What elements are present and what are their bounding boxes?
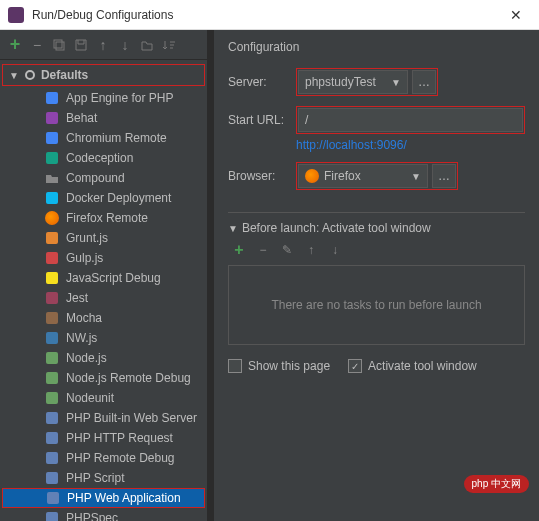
ae-icon xyxy=(44,90,60,106)
remove-config-button[interactable]: − xyxy=(28,36,46,54)
tree-item-php-script[interactable]: PHP Script xyxy=(0,468,207,488)
show-page-label: Show this page xyxy=(248,359,330,373)
server-value: phpstudyTest xyxy=(305,75,385,89)
tree-item-javascript-debug[interactable]: JavaScript Debug xyxy=(0,268,207,288)
tree-item-behat[interactable]: Behat xyxy=(0,108,207,128)
activate-tool-label: Activate tool window xyxy=(368,359,477,373)
tree-item-gulp-js[interactable]: Gulp.js xyxy=(0,248,207,268)
browser-browse-button[interactable]: … xyxy=(432,164,456,188)
svg-rect-4 xyxy=(46,92,58,104)
config-tree: ▼ Defaults App Engine for PHPBehatChromi… xyxy=(0,60,207,521)
tree-item-label: JavaScript Debug xyxy=(66,271,161,285)
edit-task-button[interactable]: ✎ xyxy=(278,241,296,259)
gear-icon xyxy=(23,68,37,82)
tree-item-label: PHPSpec xyxy=(66,511,118,521)
tree-item-label: PHP HTTP Request xyxy=(66,431,173,445)
task-down-button[interactable]: ↓ xyxy=(326,241,344,259)
tree-item-phpspec[interactable]: PHPSpec xyxy=(0,508,207,521)
save-config-button[interactable] xyxy=(72,36,90,54)
tree-item-mocha[interactable]: Mocha xyxy=(0,308,207,328)
config-heading: Configuration xyxy=(228,40,525,54)
tree-item-label: Behat xyxy=(66,111,97,125)
browser-label: Browser: xyxy=(228,169,296,183)
svg-rect-22 xyxy=(47,492,59,504)
sort-config-button[interactable] xyxy=(160,36,178,54)
tree-item-label: Chromium Remote xyxy=(66,131,167,145)
tree-item-nw-js[interactable]: NW.js xyxy=(0,328,207,348)
svg-rect-17 xyxy=(46,392,58,404)
tree-item-label: PHP Built-in Web Server xyxy=(66,411,197,425)
tree-item-node-js[interactable]: Node.js xyxy=(0,348,207,368)
server-select[interactable]: phpstudyTest ▼ xyxy=(298,70,408,94)
tree-item-compound[interactable]: Compound xyxy=(0,168,207,188)
starturl-label: Start URL: xyxy=(228,113,296,127)
php-icon xyxy=(45,490,61,506)
url-preview-link[interactable]: http://localhost:9096/ xyxy=(296,138,525,152)
tree-item-label: Compound xyxy=(66,171,125,185)
svg-point-3 xyxy=(28,74,31,77)
tree-item-node-js-remote-debug[interactable]: Node.js Remote Debug xyxy=(0,368,207,388)
nw-icon xyxy=(44,330,60,346)
php-icon xyxy=(44,470,60,486)
tree-item-chromium-remote[interactable]: Chromium Remote xyxy=(0,128,207,148)
tree-item-label: PHP Script xyxy=(66,471,124,485)
tree-item-docker-deployment[interactable]: Docker Deployment xyxy=(0,188,207,208)
before-launch-header[interactable]: ▼ Before launch: Activate tool window xyxy=(228,221,525,235)
tree-item-php-http-request[interactable]: PHP HTTP Request xyxy=(0,428,207,448)
tree-item-php-web-application[interactable]: PHP Web Application xyxy=(2,488,205,508)
svg-rect-16 xyxy=(46,372,58,384)
tree-item-label: Nodeunit xyxy=(66,391,114,405)
folder-icon xyxy=(44,170,60,186)
task-up-button[interactable]: ↑ xyxy=(302,241,320,259)
separator xyxy=(228,212,525,213)
svg-rect-0 xyxy=(54,40,62,48)
starturl-row: Start URL: / xyxy=(228,106,525,134)
svg-rect-8 xyxy=(46,192,58,204)
defaults-node[interactable]: ▼ Defaults xyxy=(2,64,205,86)
svg-rect-9 xyxy=(46,232,58,244)
svg-rect-12 xyxy=(46,292,58,304)
svg-rect-7 xyxy=(46,152,58,164)
svg-rect-11 xyxy=(46,272,58,284)
svg-rect-10 xyxy=(46,252,58,264)
defaults-label: Defaults xyxy=(41,68,88,82)
folder-config-button[interactable] xyxy=(138,36,156,54)
add-config-button[interactable]: + xyxy=(6,36,24,54)
tree-item-firefox-remote[interactable]: Firefox Remote xyxy=(0,208,207,228)
copy-config-button[interactable] xyxy=(50,36,68,54)
activate-tool-checkbox[interactable] xyxy=(348,359,362,373)
remove-task-button[interactable]: − xyxy=(254,241,272,259)
chrome-icon xyxy=(44,130,60,146)
tree-item-label: PHP Web Application xyxy=(67,491,181,505)
tree-item-jest[interactable]: Jest xyxy=(0,288,207,308)
tree-item-php-remote-debug[interactable]: PHP Remote Debug xyxy=(0,448,207,468)
tree-item-php-built-in-web-server[interactable]: PHP Built-in Web Server xyxy=(0,408,207,428)
svg-rect-23 xyxy=(46,512,58,521)
tree-item-nodeunit[interactable]: Nodeunit xyxy=(0,388,207,408)
show-page-checkbox[interactable] xyxy=(228,359,242,373)
svg-rect-21 xyxy=(46,472,58,484)
tree-item-label: Docker Deployment xyxy=(66,191,171,205)
move-down-button[interactable]: ↓ xyxy=(116,36,134,54)
add-task-button[interactable]: + xyxy=(230,241,248,259)
close-button[interactable]: ✕ xyxy=(501,7,531,23)
tree-item-label: Codeception xyxy=(66,151,133,165)
move-up-button[interactable]: ↑ xyxy=(94,36,112,54)
dropdown-arrow-icon: ▼ xyxy=(411,171,421,182)
svg-rect-13 xyxy=(46,312,58,324)
svg-rect-6 xyxy=(46,132,58,144)
starturl-input[interactable]: / xyxy=(298,108,523,132)
browser-select[interactable]: Firefox ▼ xyxy=(298,164,428,188)
tree-item-grunt-js[interactable]: Grunt.js xyxy=(0,228,207,248)
tree-item-codeception[interactable]: Codeception xyxy=(0,148,207,168)
server-browse-button[interactable]: … xyxy=(412,70,436,94)
firefox-icon xyxy=(305,169,319,183)
mocha-icon xyxy=(44,310,60,326)
tree-item-app-engine-for-php[interactable]: App Engine for PHP xyxy=(0,88,207,108)
tree-item-label: NW.js xyxy=(66,331,97,345)
tree-item-label: Mocha xyxy=(66,311,102,325)
svg-rect-1 xyxy=(56,42,64,50)
tree-item-label: App Engine for PHP xyxy=(66,91,173,105)
gulp-icon xyxy=(44,250,60,266)
starturl-value: / xyxy=(305,113,308,127)
